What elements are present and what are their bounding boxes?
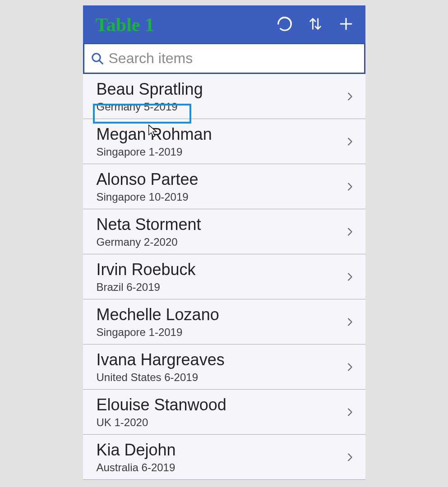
app-header: Table 1: [83, 5, 365, 44]
list-item-subtitle: UK 1-2020: [97, 416, 226, 429]
list-item[interactable]: Alonso ParteeSingapore 10-2019: [83, 164, 365, 209]
list-item-title: Mechelle Lozano: [97, 305, 219, 324]
list-item[interactable]: Ivana HargreavesUnited States 6-2019: [83, 345, 365, 390]
chevron-right-icon: [345, 359, 355, 375]
page-title: Table 1: [96, 14, 273, 36]
list-item[interactable]: Irvin RoebuckBrazil 6-2019: [83, 254, 365, 299]
search-bar[interactable]: [83, 43, 365, 74]
list-item-texts: Ivana HargreavesUnited States 6-2019: [97, 350, 225, 384]
list-item-subtitle: Australia 6-2019: [97, 461, 176, 474]
chevron-right-icon: [345, 404, 355, 420]
plus-icon: [338, 16, 354, 34]
chevron-right-icon: [345, 179, 355, 195]
list-item-subtitle: Germany 5-2019: [97, 101, 203, 113]
list-item[interactable]: Elouise StanwoodUK 1-2020: [83, 390, 365, 435]
list-item-title: Kia Dejohn: [97, 440, 176, 459]
list-item-subtitle: United States 6-2019: [97, 371, 225, 384]
svg-line-5: [99, 60, 102, 64]
list-item-texts: Elouise StanwoodUK 1-2020: [97, 395, 226, 429]
list-item-title: Beau Spratling: [97, 79, 203, 99]
list-item-title: Ivana Hargreaves: [97, 350, 225, 369]
list-item-texts: Beau SpratlingGermany 5-2019: [97, 79, 203, 113]
chevron-right-icon: [345, 224, 355, 240]
list-item-title: Megan Rohman: [97, 124, 212, 144]
list-item-texts: Alonso ParteeSingapore 10-2019: [97, 170, 199, 203]
refresh-icon: [276, 15, 293, 34]
search-icon: [91, 52, 104, 65]
chevron-right-icon: [345, 88, 355, 105]
list-item-title: Elouise Stanwood: [97, 395, 226, 414]
add-button[interactable]: [335, 14, 357, 36]
list-item-subtitle: Singapore 1-2019: [97, 146, 212, 158]
list-item-title: Irvin Roebuck: [97, 260, 196, 279]
chevron-right-icon: [345, 314, 355, 330]
sort-button[interactable]: [304, 14, 327, 36]
chevron-right-icon: [345, 133, 355, 150]
list-item-subtitle: Germany 2-2020: [97, 236, 201, 248]
list-item-texts: Kia DejohnAustralia 6-2019: [97, 440, 176, 474]
list-item-texts: Irvin RoebuckBrazil 6-2019: [97, 260, 196, 294]
list-item-texts: Mechelle LozanoSingapore 1-2019: [97, 305, 219, 339]
sort-icon: [308, 15, 323, 35]
list-item-title: Neta Storment: [97, 215, 201, 234]
list-item[interactable]: Beau SpratlingGermany 5-2019: [83, 74, 365, 119]
search-input[interactable]: [109, 50, 358, 67]
refresh-button[interactable]: [273, 14, 296, 36]
list-item[interactable]: Kia DejohnAustralia 6-2019: [83, 435, 365, 480]
list-item-subtitle: Singapore 10-2019: [97, 191, 199, 203]
chevron-right-icon: [345, 269, 355, 285]
item-list: Beau SpratlingGermany 5-2019Megan Rohman…: [83, 74, 365, 480]
list-item-texts: Megan RohmanSingapore 1-2019: [97, 124, 212, 158]
list-item-subtitle: Singapore 1-2019: [97, 326, 219, 339]
list-item[interactable]: Mechelle LozanoSingapore 1-2019: [83, 299, 365, 345]
list-item-texts: Neta StormentGermany 2-2020: [97, 215, 201, 248]
chevron-right-icon: [345, 449, 355, 465]
list-item-subtitle: Brazil 6-2019: [97, 281, 196, 294]
list-item-title: Alonso Partee: [97, 170, 199, 189]
list-item[interactable]: Neta StormentGermany 2-2020: [83, 209, 365, 254]
list-item[interactable]: Megan RohmanSingapore 1-2019: [83, 119, 365, 164]
header-actions: [273, 14, 357, 36]
app-frame: Table 1: [83, 5, 365, 480]
